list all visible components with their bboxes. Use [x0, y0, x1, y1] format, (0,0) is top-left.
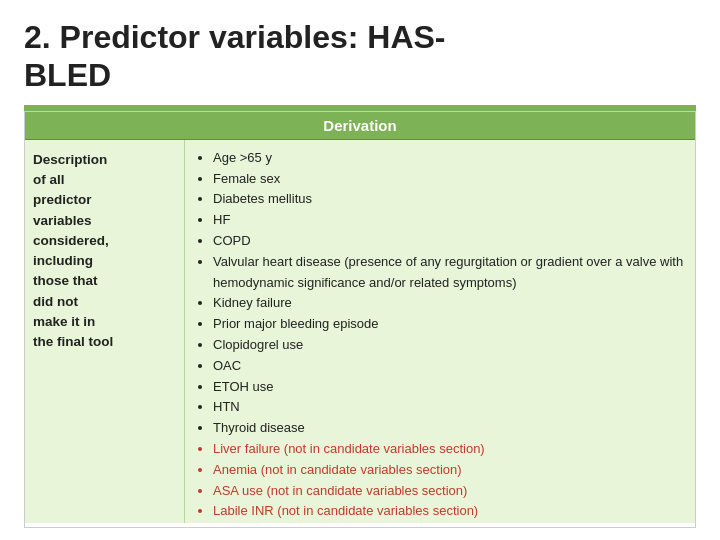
list-item: Prior major bleeding episode — [213, 314, 685, 335]
table-header: Derivation — [25, 112, 695, 140]
list-item: ASA use (not in candidate variables sect… — [213, 481, 685, 502]
list-item: Valvular heart disease (presence of any … — [213, 252, 685, 294]
list-item: Labile INR (not in candidate variables s… — [213, 501, 685, 522]
main-table: Derivation Descriptionof allpredictorvar… — [24, 111, 696, 528]
list-item: COPD — [213, 231, 685, 252]
list-item: Female sex — [213, 169, 685, 190]
list-item: HTN — [213, 397, 685, 418]
items-column: Age >65 yFemale sexDiabetes mellitusHFCO… — [185, 140, 695, 523]
list-item: Liver failure (not in candidate variable… — [213, 439, 685, 460]
title-line1: 2. Predictor variables: HAS- — [24, 19, 445, 55]
list-item: Clopidogrel use — [213, 335, 685, 356]
list-item: HF — [213, 210, 685, 231]
items-list: Age >65 yFemale sexDiabetes mellitusHFCO… — [195, 148, 685, 522]
description-column: Descriptionof allpredictorvariablesconsi… — [25, 140, 185, 523]
list-item: ETOH use — [213, 377, 685, 398]
list-item: OAC — [213, 356, 685, 377]
slide: 2. Predictor variables: HAS- BLED Deriva… — [0, 0, 720, 540]
description-text: Descriptionof allpredictorvariablesconsi… — [33, 152, 113, 349]
list-item: Diabetes mellitus — [213, 189, 685, 210]
list-item: Kidney failure — [213, 293, 685, 314]
table-body: Descriptionof allpredictorvariablesconsi… — [25, 140, 695, 523]
list-item: Thyroid disease — [213, 418, 685, 439]
list-item: Age >65 y — [213, 148, 685, 169]
slide-title: 2. Predictor variables: HAS- BLED — [24, 18, 696, 95]
title-line2: BLED — [24, 57, 111, 93]
list-item: Anemia (not in candidate variables secti… — [213, 460, 685, 481]
